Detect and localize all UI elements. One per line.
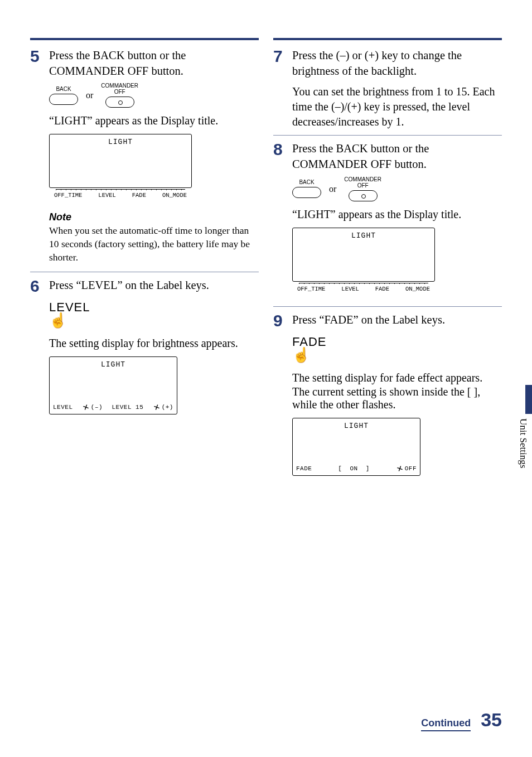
page-number: 35 xyxy=(481,709,502,731)
step-9-number: 9 xyxy=(273,312,292,329)
fade-label-key: FADE ☝ xyxy=(292,335,502,365)
step-9-result-text-1: The setting display for fade effect appe… xyxy=(292,372,502,384)
lcd-strip-fade: FADE xyxy=(132,192,146,199)
hand-press-icon: ☝ xyxy=(292,348,310,363)
lcd-strip-offtime: OFF_TIME xyxy=(54,192,82,199)
or-text: or xyxy=(86,90,93,100)
step-7: 7 Press the (–) or (+) key to change the… xyxy=(273,48,502,129)
flash-icon xyxy=(83,404,90,411)
commander-off-label-1: COMMANDER xyxy=(101,83,138,89)
lcd-strip-fade: FADE xyxy=(375,286,389,292)
step-6-text: Press “LEVEL” on the Label keys. xyxy=(49,278,259,293)
lcd-strip-offtime: OFF_TIME xyxy=(297,286,325,292)
lcd-plus: (+) xyxy=(162,404,173,411)
lcd-title: LIGHT xyxy=(293,228,434,242)
note-body: When you set the automatic-off time to l… xyxy=(49,224,259,264)
note-heading: Note xyxy=(49,211,259,223)
back-button-icon xyxy=(49,94,78,105)
section-rule xyxy=(273,38,502,40)
section-tab-marker xyxy=(525,385,532,414)
lcd-title: LIGHT xyxy=(50,357,177,371)
section-side-tab: Unit Settings xyxy=(518,385,532,502)
section-rule xyxy=(30,38,259,40)
step-6: 6 Press “LEVEL” on the Label keys. xyxy=(30,278,259,295)
step-9-result-text-2: The current setting is shown inside the … xyxy=(292,385,502,411)
step-9-text: Press “FADE” on the Label keys. xyxy=(292,312,502,328)
lcd-fade-on: [ ON ] xyxy=(338,465,370,472)
page-footer: Continued 35 xyxy=(30,709,502,731)
hand-press-icon: ☝ xyxy=(49,314,67,328)
commander-off-label-2: OFF xyxy=(357,183,369,189)
lcd-title: LIGHT xyxy=(293,418,420,432)
divider xyxy=(273,306,502,307)
lcd-level-left: LEVEL xyxy=(53,404,73,411)
back-button-graphic: BACK xyxy=(49,86,78,105)
commander-off-label-1: COMMANDER xyxy=(344,177,381,182)
continued-label: Continued xyxy=(421,717,471,731)
step-5-result-text: “LIGHT” appears as the Display title. xyxy=(49,114,259,127)
divider xyxy=(273,135,502,136)
step-5: 5 Press the BACK button or the COMMANDER… xyxy=(30,48,259,79)
lcd-minus: (–) xyxy=(91,404,103,411)
step-7-subtext: You can set the brightness from 1 to 15.… xyxy=(292,84,502,129)
divider xyxy=(30,272,259,272)
lcd-fade-left: FADE xyxy=(296,465,312,472)
lcd-level-setting: LIGHT LEVEL (–) LEVEL 15 (+) xyxy=(49,356,177,414)
lcd-strip-onmode: ON_MODE xyxy=(405,286,430,292)
lcd-strip-onmode: ON_MODE xyxy=(162,192,187,199)
step-7-text: Press the (–) or (+) key to change the b… xyxy=(292,48,502,79)
step-6-result-text: The setting display for brightness appea… xyxy=(49,337,259,350)
lcd-light-menu: LIGHT OFF_TIME LEVEL FADE ON_MODE xyxy=(49,134,192,202)
step-9: 9 Press “FADE” on the Label keys. xyxy=(273,312,502,329)
lcd-strip-level: LEVEL xyxy=(341,286,359,292)
or-text: or xyxy=(329,184,336,194)
lcd-title: LIGHT xyxy=(50,134,191,148)
commander-off-button-graphic: COMMANDER OFF xyxy=(101,83,138,108)
flash-icon xyxy=(396,465,403,472)
back-button-label: BACK xyxy=(299,180,314,185)
flash-icon xyxy=(153,404,160,411)
step-5-button-row: BACK or COMMANDER OFF xyxy=(49,83,259,108)
lcd-fade-setting: LIGHT FADE [ ON ] OFF xyxy=(292,418,420,476)
lcd-fade-off: OFF xyxy=(405,465,417,472)
step-8: 8 Press the BACK button or the COMMANDER… xyxy=(273,141,502,172)
section-tab-text: Unit Settings xyxy=(518,418,529,468)
step-8-number: 8 xyxy=(273,141,292,158)
step-8-text: Press the BACK button or the COMMANDER O… xyxy=(292,141,502,172)
back-button-icon xyxy=(292,187,321,198)
back-button-graphic: BACK xyxy=(292,180,321,198)
lcd-strip-level: LEVEL xyxy=(98,192,116,199)
step-5-text: Press the BACK button or the COMMANDER O… xyxy=(49,48,259,79)
step-6-number: 6 xyxy=(30,278,49,295)
step-8-result-text: “LIGHT” appears as the Display title. xyxy=(292,208,502,221)
commander-off-button-icon xyxy=(349,190,378,201)
commander-off-button-icon xyxy=(105,97,134,108)
back-button-label: BACK xyxy=(56,86,71,92)
level-label-key: LEVEL ☝ xyxy=(49,300,259,330)
lcd-level-value: LEVEL 15 xyxy=(112,404,144,411)
commander-off-label-2: OFF xyxy=(114,89,125,95)
step-7-number: 7 xyxy=(273,48,292,65)
step-5-number: 5 xyxy=(30,48,49,65)
commander-off-button-graphic: COMMANDER OFF xyxy=(344,177,381,201)
lcd-light-menu: LIGHT OFF_TIME LEVEL FADE ON_MODE xyxy=(292,228,435,296)
step-8-button-row: BACK or COMMANDER OFF xyxy=(292,177,502,201)
